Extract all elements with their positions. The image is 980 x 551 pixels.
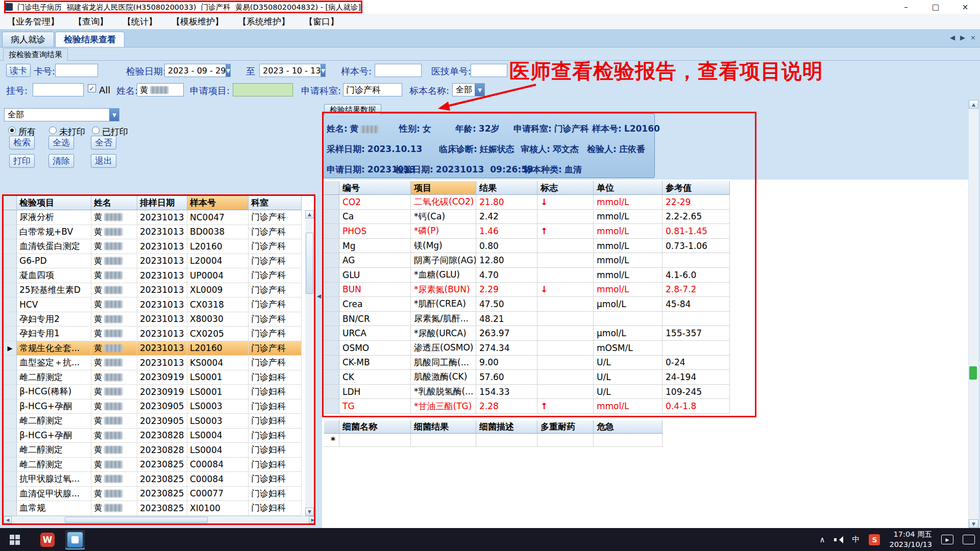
radio-printed[interactable] [92,127,100,134]
apply-item-input[interactable] [233,83,293,96]
result-table-row[interactable]: OSMO渗透压(OSMO)274.34mOSM/L [324,341,730,356]
specimen-dropdown[interactable]: 全部 ▼ [452,83,485,96]
results-vscrollbar[interactable]: ▲ ▼ [969,100,978,528]
left-table-row[interactable]: 雌二醇测定黄20230905LS0003门诊妇科 [4,414,314,429]
select-all-button[interactable]: 全选 [48,136,74,149]
column-header[interactable]: 科室 [249,196,302,210]
result-table-row[interactable]: GLU*血糖(GLU)4.70mmol/L4.1-6.0 [324,268,730,283]
left-table-row[interactable]: 白带常规+BV黄20231013BD0038门诊产科 [4,225,314,240]
minimize-button[interactable]: – [891,0,921,14]
scroll-down-icon[interactable]: ▼ [969,519,978,528]
menu-item[interactable]: 【窗口】 [304,16,339,28]
sogou-input-icon[interactable]: S [869,534,880,545]
column-header[interactable]: 细菌名称 [339,420,411,434]
column-header[interactable]: 样本号 [187,196,249,210]
left-table-row[interactable]: 尿液分析黄20231013NC0047门诊产科 [4,210,314,225]
apply-dept-input[interactable]: 门诊产科 [343,83,402,96]
left-table-row[interactable]: 雌二醇测定黄20230919LS0001门诊妇科 [4,370,314,385]
left-table-row[interactable]: β-HCG+孕酮黄20230905LS0003门诊妇科 [4,399,314,414]
left-table-row[interactable]: 孕妇专用2黄20231013X80030门诊产科 [4,312,314,327]
menu-item[interactable]: 【模板维护】 [172,16,224,28]
left-table-row[interactable]: 雌二醇测定黄20230828LS0004门诊妇科 [4,443,314,458]
scroll-down-icon[interactable]: ▼ [305,508,314,516]
volume-icon[interactable] [834,536,843,543]
chevron-down-icon[interactable]: ▼ [321,64,325,77]
left-table-row[interactable]: β-HCG(稀释)黄20230919LS0001门诊妇科 [4,385,314,399]
left-table-row[interactable]: 雌二醇测定黄20230825C00084门诊妇科 [4,458,314,472]
left-table-row[interactable]: 血型鉴定＋抗...黄20231013KS0004门诊产科 [4,356,314,370]
notification-icon[interactable] [963,535,975,544]
tech-no-input[interactable] [471,64,507,77]
left-table-row[interactable]: 孕妇专用1黄20231013CX0205门诊产科 [4,327,314,341]
menu-item[interactable]: 【查询】 [74,16,108,28]
sample-no-input[interactable] [375,64,422,77]
left-table-row[interactable]: G6-PD黄20231013L20004门诊产科 [4,254,314,269]
collapse-left-icon[interactable]: ◀ [317,293,321,299]
print-button[interactable]: 打印 [9,154,35,168]
left-table-hscrollbar[interactable]: ◀ ▶ [4,516,315,523]
scrollbar-thumb[interactable] [306,233,313,294]
result-table-row[interactable]: CK-MB肌酸同工酶(...9.00U/L0-24 [324,356,730,370]
card-no-input[interactable] [55,64,98,77]
chevron-down-icon[interactable]: ▼ [226,64,230,77]
panel-splitter[interactable]: ◀ [316,286,322,306]
column-header[interactable]: 细菌结果 [411,420,476,434]
emr-taskbar-icon[interactable] [65,530,85,549]
scroll-up-icon[interactable]: ▲ [969,100,978,109]
tab-patient-visit[interactable]: 病人就诊 [2,32,54,47]
exit-button[interactable]: 退出 [91,154,116,168]
scroll-left-icon[interactable]: ◀ [4,516,12,523]
chevron-down-icon[interactable]: ▼ [475,84,484,96]
radio-unprinted[interactable] [49,127,57,134]
result-table-row[interactable]: URCA*尿酸(URCA)263.97μmol/L155-357 [324,326,730,341]
result-table-row[interactable]: Mg镁(Mg)0.80mmol/L0.73-1.06 [324,239,730,254]
left-table-vscrollbar[interactable]: ▲ ▼ [305,210,314,516]
column-header[interactable]: 检验项目 [17,196,91,210]
date-from-picker[interactable]: 2023 - 09 - 29 ▼ [164,64,231,77]
date-to-picker[interactable]: 2023 - 10 - 13 ▼ [259,64,326,77]
result-table-row[interactable]: AG阴离子间隙(AG)12.80mmol/L [324,253,730,268]
read-card-button[interactable]: 读卡 [6,64,31,77]
start-button[interactable] [0,528,30,551]
result-table-row[interactable]: CK肌酸激酶(CK)57.60U/L24-194 [324,370,730,385]
menu-item[interactable]: 【统计】 [122,16,157,28]
column-header[interactable]: 姓名 [91,196,137,210]
menu-item[interactable]: 【系统维护】 [238,16,290,28]
video-icon[interactable]: ▶ [941,535,953,544]
wps-taskbar-icon[interactable]: W [38,530,57,549]
column-header[interactable]: 标志 [537,181,594,195]
subtab-query-results[interactable]: 按检验查询结果 [3,48,68,61]
tab-scroll-left-icon[interactable]: ◀ [950,34,955,41]
column-header[interactable]: 编号 [339,181,411,195]
result-table-row[interactable]: PHOS*磷(P)1.46↑mmol/L0.81-1.45 [324,224,730,239]
tab-close-icon[interactable]: × [970,34,976,41]
result-table-row[interactable]: Ca*钙(Ca)2.42mmol/L2.2-2.65 [324,210,730,224]
tray-expand-icon[interactable]: ∧ [819,535,825,544]
result-data-tab[interactable]: 检验结果数据 [324,104,381,115]
menu-item[interactable]: 【业务管理】 [7,16,59,28]
left-table-row[interactable]: 血清铁蛋白测定黄20231013L20160门诊产科 [4,239,314,254]
scrollbar-thumb[interactable] [65,517,208,523]
left-table-row[interactable]: β-HCG+孕酮黄20230828LS0004门诊妇科 [4,429,314,443]
scroll-right-icon[interactable]: ▶ [309,516,315,523]
column-header[interactable]: 结果 [476,181,537,195]
maximize-button[interactable]: □ [921,0,950,14]
result-table-row[interactable]: TG*甘油三酯(TG)2.28↑mmol/L0.4-1.8 [324,399,730,414]
left-table-row[interactable]: 血清促甲状腺...黄20230825C00077门诊妇科 [4,487,314,502]
ime-indicator[interactable]: 中 [852,535,860,544]
left-table-row[interactable]: 血常规黄20230825XI0100门诊妇科 [4,501,314,516]
column-header[interactable]: 多重耐药 [537,420,594,434]
result-table-row[interactable]: LDH*乳酸脱氢酶(...154.33U/L109-245 [324,385,730,399]
left-table-row[interactable]: 凝血四项黄20231013UP0004门诊产科 [4,268,314,283]
search-button[interactable]: 检索 [9,136,35,149]
filter-dropdown[interactable]: 全部 ▼ [4,108,119,121]
column-header[interactable]: 单位 [594,181,663,195]
tab-scroll-right-icon[interactable]: ▶ [960,34,965,41]
column-header[interactable]: 参考值 [663,181,730,195]
radio-all[interactable] [8,127,16,134]
left-table-row[interactable]: 抗甲状腺过氧...黄20230825C00084门诊妇科 [4,472,314,487]
scroll-up-icon[interactable]: ▲ [305,210,314,218]
column-header[interactable]: 排样日期 [137,196,187,210]
bacteria-table-row[interactable]: * [324,434,663,447]
result-table-row[interactable]: BUN*尿素氮(BUN)2.29↓mmol/L2.8-7.2 [324,283,730,297]
